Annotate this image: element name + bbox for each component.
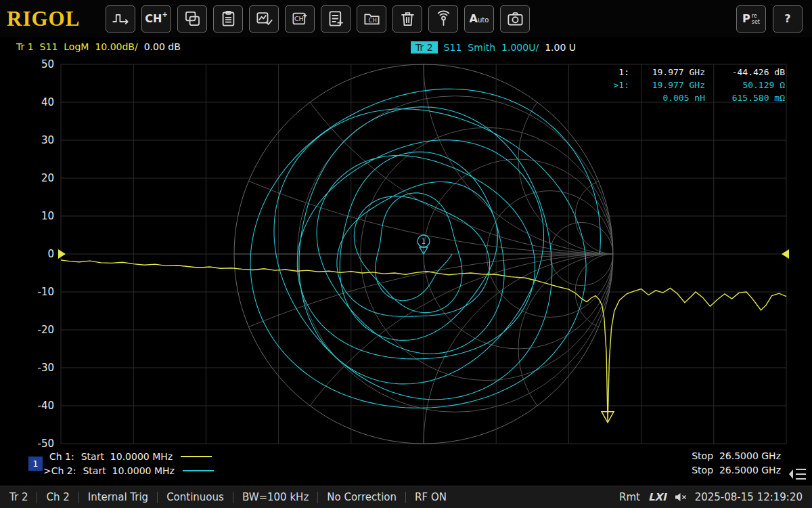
trace1-label: Tr 1 (16, 41, 34, 52)
camera-icon (506, 9, 524, 28)
divider (233, 492, 233, 503)
divider (405, 492, 406, 503)
add-channel-button[interactable]: CH+ (141, 5, 171, 33)
trash-icon (399, 9, 417, 28)
smith-marker-1[interactable]: 1 (418, 235, 430, 254)
auto-scale-sub: uto (478, 16, 489, 24)
waveform-icon (112, 9, 130, 28)
svg-text:0: 0 (47, 248, 54, 260)
channel2-name: >Ch 2: (43, 465, 76, 476)
trace-info-row: Tr 1 S11 LogM 10.00dB/ 0.00 dB Tr 2 S11 … (0, 41, 812, 56)
touch-icon (434, 9, 453, 28)
trace1-color-swatch (181, 456, 212, 457)
channel1-name: Ch 1: (49, 451, 74, 462)
status-item-tr-2[interactable]: Tr 2 (9, 491, 28, 503)
divider (317, 492, 318, 503)
copy-channel-button[interactable]: CH (285, 5, 315, 33)
svg-text:-30: -30 (38, 362, 55, 374)
marker-readout: 1:19.977 GHz-44.426 dB>1:19.977 GHz50.12… (605, 66, 785, 104)
status-item-ch-2[interactable]: Ch 2 (46, 491, 69, 503)
trace1-scale: 10.00dB/ (95, 41, 137, 52)
mute-icon[interactable] (675, 492, 687, 502)
list-plus-icon (327, 9, 345, 28)
logmag-trace (61, 260, 786, 423)
datetime[interactable]: 2025-08-15 12:19:20 (695, 491, 803, 503)
smith-trace (250, 89, 600, 408)
window-badge[interactable]: 1 (28, 457, 43, 471)
window-layout-button[interactable] (177, 5, 207, 33)
divider (157, 492, 158, 503)
delete-button[interactable] (392, 5, 422, 33)
trace1-info[interactable]: Tr 1 S11 LogM 10.00dB/ 0.00 dB (16, 41, 181, 52)
screenshot-button[interactable] (500, 5, 530, 33)
clipboard-icon (219, 9, 238, 28)
ref-level-arrow-right[interactable] (782, 249, 789, 259)
marker-readout-row: 1:19.977 GHz-44.426 dB (605, 66, 785, 79)
help-label: ? (784, 12, 790, 25)
trace1-measurement: S11 (40, 41, 58, 52)
svg-text:1: 1 (422, 238, 426, 245)
rect-grid (61, 64, 786, 444)
status-item-rf-on[interactable]: RF ON (415, 491, 447, 503)
status-item-no-correction[interactable]: No Correction (327, 491, 397, 503)
channel-info: Ch 1: Start 10.0000 MHz >Ch 2: Start 10.… (43, 449, 214, 478)
svg-text:30: 30 (41, 134, 54, 146)
help-button[interactable]: ? (773, 5, 803, 33)
trace2-ref-level: 1.00 U (545, 42, 576, 53)
trace2-scale: 1.000U/ (501, 42, 539, 53)
status-item-internal-trig[interactable]: Internal Trig (88, 491, 148, 503)
preset-button[interactable]: Preset (736, 5, 766, 33)
svg-text:20: 20 (41, 172, 54, 184)
copy-ch-icon: CH (291, 9, 309, 28)
trace1-ref-level: 0.00 dB (144, 41, 181, 52)
svg-text:CH: CH (294, 15, 303, 22)
trace2-info[interactable]: Tr 2 S11 Smith 1.000U/ 1.00 U (411, 41, 576, 54)
trace2-measurement: S11 (444, 42, 462, 53)
smith-outer-circle (234, 64, 613, 444)
trace2-active-badge[interactable]: Tr 2 (411, 41, 438, 54)
channel-row-1[interactable]: Ch 1: Start 10.0000 MHz (43, 449, 214, 463)
status-item-bw-100-khz[interactable]: BW=100 kHz (242, 491, 309, 503)
menu-expand-icon[interactable] (788, 466, 808, 482)
trace-settings-button[interactable] (249, 5, 279, 33)
toolbar-buttons: CH+CHCHAuto (106, 5, 530, 33)
measure-waveform-button[interactable] (106, 5, 135, 33)
channel-row-2[interactable]: >Ch 2: Start 10.0000 MHz (43, 463, 214, 478)
add-channel-sup: + (162, 11, 167, 18)
marker-readout-row: >1:19.977 GHz50.129 Ω (605, 79, 785, 91)
svg-text:40: 40 (41, 96, 54, 108)
svg-text:-20: -20 (38, 324, 55, 336)
channel2-stop: Stop 26.5000 GHz (692, 463, 781, 478)
trace1-format: LogM (64, 41, 89, 52)
chart-check-icon (255, 9, 273, 28)
auto-scale-button[interactable]: Auto (464, 5, 494, 33)
vna-screen: RIGOL CH+CHCHAuto Preset? Tr 1 S11 LogM … (0, 0, 812, 508)
status-items: Tr 2Ch 2Internal TrigContinuousBW=100 kH… (9, 491, 447, 503)
rigol-logo: RIGOL (7, 7, 106, 31)
auto-scale-label: A (470, 12, 478, 25)
toolbar-right-buttons: Preset? (736, 5, 805, 33)
channel1-start: Start 10.0000 MHz (81, 451, 173, 462)
trace2-color-swatch (183, 470, 214, 471)
status-bar: Tr 2Ch 2Internal TrigContinuousBW=100 kH… (0, 486, 812, 508)
layout-icon (183, 9, 202, 28)
divider (78, 492, 79, 503)
trace2-format: Smith (468, 42, 495, 53)
channel-folder-button[interactable]: CH (357, 5, 386, 33)
channel1-stop: Stop 26.5000 GHz (692, 449, 781, 463)
y-axis-labels: 50403020100-10-20-30-40-50 (38, 58, 55, 450)
marker-readout-row: 0.005 nH615.580 mΩ (605, 91, 785, 104)
ref-level-arrow-left[interactable] (58, 249, 66, 259)
add-list-button[interactable] (321, 5, 351, 33)
svg-text:10: 10 (41, 210, 54, 222)
svg-text:50: 50 (41, 58, 54, 70)
touch-gesture-button[interactable] (428, 5, 458, 33)
logmag-marker-1[interactable] (602, 412, 614, 423)
measurement-list-button[interactable] (213, 5, 243, 33)
status-item-continuous[interactable]: Continuous (166, 491, 224, 503)
preset-stack: reset (752, 13, 760, 25)
toolbar: RIGOL CH+CHCHAuto Preset? (0, 0, 812, 37)
preset-label: P (742, 12, 750, 25)
channel-stops: Stop 26.5000 GHz Stop 26.5000 GHz (692, 449, 781, 478)
remote-indicator: Rmt (619, 491, 640, 503)
